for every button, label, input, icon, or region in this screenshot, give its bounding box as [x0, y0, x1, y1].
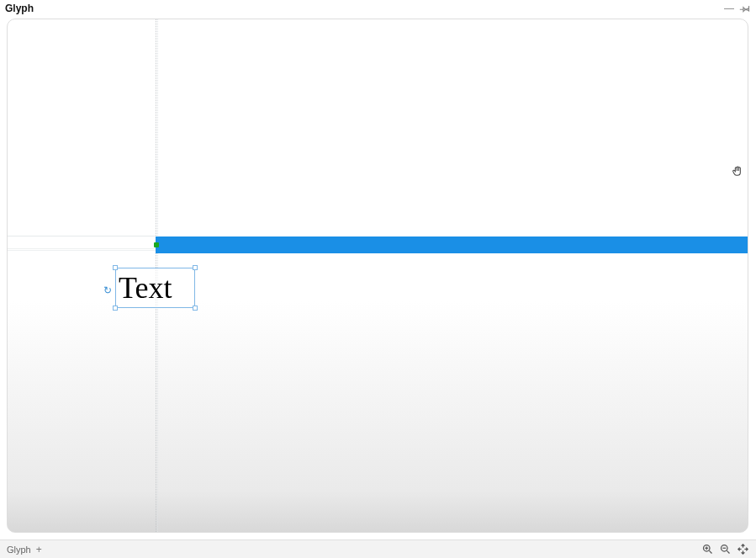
tab-glyph[interactable]: Glyph	[7, 545, 31, 555]
fit-view-icon[interactable]	[737, 543, 749, 555]
text-content[interactable]: Text	[119, 273, 172, 303]
horizontal-guide	[8, 236, 156, 236]
minimize-button[interactable]: —	[724, 3, 734, 13]
resize-handle[interactable]	[113, 265, 118, 270]
window-controls: —	[724, 3, 751, 14]
status-bar: Glyph +	[0, 539, 756, 558]
svg-line-1	[709, 550, 711, 553]
shape-rectangle[interactable]	[156, 236, 748, 253]
anchor-point[interactable]	[154, 242, 159, 247]
panel-title: Glyph	[5, 3, 34, 14]
glyph-canvas[interactable]: ↻ Text	[7, 19, 748, 533]
svg-line-5	[727, 550, 729, 553]
horizontal-guide	[8, 248, 156, 249]
zoom-in-icon[interactable]	[701, 543, 714, 555]
resize-handle[interactable]	[113, 306, 118, 311]
horizontal-guide	[8, 250, 156, 251]
resize-handle[interactable]	[193, 265, 198, 270]
text-object[interactable]: Text	[115, 268, 195, 308]
hand-cursor-icon	[731, 164, 744, 178]
rotate-handle-icon[interactable]: ↻	[103, 285, 114, 295]
pin-icon[interactable]	[739, 3, 751, 14]
zoom-out-icon[interactable]	[719, 543, 732, 555]
glyph-panel: Glyph — ↻ Text	[0, 0, 756, 558]
resize-handle[interactable]	[193, 306, 198, 311]
add-tab-button[interactable]: +	[36, 544, 42, 555]
titlebar: Glyph —	[0, 0, 756, 17]
